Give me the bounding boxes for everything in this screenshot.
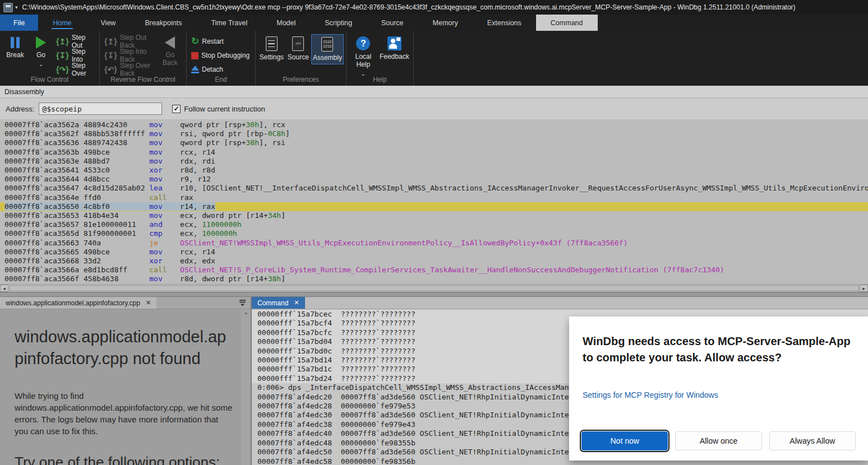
settings-icon — [266, 36, 278, 51]
scroll-up-icon[interactable]: ⌃ — [241, 309, 251, 319]
ribbon-tab-view[interactable]: View — [86, 15, 131, 31]
asm-line[interactable]: 00007ff8`aca35663 740a je OSClient_NET!W… — [0, 239, 868, 248]
ribbon-tab-memory[interactable]: Memory — [418, 15, 473, 31]
ribbon-tab-command[interactable]: Command — [536, 15, 598, 31]
not-now-button[interactable]: Not now — [581, 431, 668, 450]
asm-line[interactable]: 00007ff8`aca35636 4889742438 mov qword p… — [0, 138, 868, 147]
dialog-title: WinDbg needs access to MCP-Server-Sample… — [583, 333, 855, 366]
feedback-icon — [387, 36, 401, 50]
follow-current-instruction-checkbox[interactable]: ✓ — [172, 105, 181, 113]
quick-access-dropdown-icon[interactable]: ▾ — [15, 4, 18, 10]
step-out-back-button: {↥} Step Out Back — [102, 35, 156, 48]
options-heading: Try one of the following options: — [15, 454, 233, 465]
ribbon: Break Go ⌄ {↥} Step Out {↧} Step Into {↷… — [0, 31, 868, 86]
follow-current-instruction-label: Follow current instruction — [184, 105, 265, 113]
tab-appinfofactory-cpp[interactable]: windows.applicationmodel.appinfofactory.… — [0, 297, 156, 309]
asm-line[interactable]: 00007ff8`aca3563e 488bd7 mov rdx, rdi — [0, 157, 868, 166]
ribbon-tab-time-travel[interactable]: Time Travel — [196, 15, 262, 31]
disassembly-pane-title: Disassembly — [0, 86, 868, 98]
asm-line[interactable]: 00007ff8`aca3564e ffd0 call rax — [0, 193, 868, 202]
chevron-down-icon: ⌄ — [39, 61, 43, 67]
stop-debugging-button[interactable]: Stop Debugging — [189, 49, 252, 62]
ribbon-tab-breakpoints[interactable]: Breakpoints — [130, 15, 196, 31]
ribbon-tab-model[interactable]: Model — [262, 15, 310, 31]
ribbon-tab-scripting[interactable]: Scripting — [310, 15, 367, 31]
step-over-icon: {↷} — [56, 65, 69, 74]
source-button[interactable]: </> Source — [285, 34, 311, 63]
group-flow-control: Break Go ⌄ {↥} Step Out {↧} Step Into {↷… — [0, 31, 100, 86]
asm-line[interactable]: 00007ff8`aca3562a 48894c2430 mov qword p… — [0, 120, 868, 129]
step-into-button[interactable]: {↧} Step Into — [54, 49, 97, 62]
mcp-permission-dialog: WinDbg needs access to MCP-Server-Sample… — [569, 317, 868, 461]
scroll-right-icon[interactable]: ▸ — [860, 285, 868, 292]
go-back-icon — [165, 36, 175, 49]
mcp-registry-settings-link[interactable]: Settings for MCP Registry for Windows — [583, 390, 718, 399]
step-out-button[interactable]: {↥} Step Out — [54, 35, 97, 48]
step-into-back-button: {↧} Step Into Back — [102, 49, 156, 62]
detach-button[interactable]: Detach — [189, 63, 252, 76]
step-over-back-icon: {↶} — [104, 65, 117, 74]
help-icon: ? — [356, 36, 370, 50]
break-icon — [11, 36, 20, 49]
group-end: ↻ Restart Stop Debugging Detach End — [187, 31, 256, 86]
asm-line[interactable]: 00007ff8`aca3563b 498bce mov rcx, r14 — [0, 148, 868, 157]
not-found-heading: windows.applicationmodel.appinfofactory.… — [15, 326, 233, 370]
scrollbar-thumb[interactable] — [9, 285, 859, 291]
address-input[interactable] — [39, 103, 162, 115]
ribbon-tab-extensions[interactable]: Extensions — [473, 15, 536, 31]
restart-button[interactable]: ↻ Restart — [189, 35, 252, 48]
asm-line[interactable]: 00007ff8`aca35653 418b4e34 mov ecx, dwor… — [0, 211, 868, 220]
asm-line[interactable]: 00007ff8`aca3566f 458b4638 mov r8d, dwor… — [0, 275, 868, 283]
windbg-app-icon — [3, 3, 13, 12]
go-button[interactable]: Go ⌄ — [28, 34, 54, 69]
asm-line[interactable]: 00007ff8`aca35665 498bce mov rcx, r14 — [0, 248, 868, 257]
ribbon-tab-source[interactable]: Source — [367, 15, 418, 31]
ribbon-tab-file[interactable]: File — [0, 15, 38, 31]
feedback-button[interactable]: Feedback — [378, 34, 411, 63]
scroll-left-icon[interactable]: ◂ — [0, 285, 8, 292]
asm-line[interactable]: 00007ff8`aca35647 4c8d15d285ab02 lea r10… — [0, 184, 868, 193]
group-help: ? Local Help ⌄ Feedback Help — [347, 31, 414, 86]
disassembly-horizontal-scrollbar[interactable]: ◂ ▸ — [0, 284, 868, 292]
step-over-back-button: {↶} Step Over Back — [102, 63, 156, 76]
disassembly-listing[interactable]: 00007ff8`aca3562a 48894c2430 mov qword p… — [0, 119, 868, 284]
command-tab-strip: Command ✕ — [252, 297, 868, 309]
source-not-found-message: windows.applicationmodel.appinfofactory.… — [0, 309, 241, 465]
step-over-button[interactable]: {↷} Step Over — [54, 63, 97, 76]
group-reverse-flow-control: {↥} Step Out Back {↧} Step Into Back {↶}… — [100, 31, 187, 86]
asm-line[interactable]: 00007ff8`aca3565d 81f900000001 cmp ecx, … — [0, 229, 868, 238]
asm-line[interactable]: 00007ff8`aca3562f 488bb538ffffff mov rsi… — [0, 129, 868, 138]
source-icon: </> — [292, 36, 304, 51]
asm-line[interactable]: 00007ff8`aca35657 81e100000011 and ecx, … — [0, 220, 868, 229]
tab-list-icon[interactable] — [234, 297, 251, 309]
asm-line[interactable]: 00007ff8`aca35644 4d8bcc mov r9, r12 — [0, 175, 868, 184]
asm-line-current[interactable]: 00007ff8`aca35650 4c8bf0 mov r14, rax — [0, 202, 868, 211]
address-label: Address: — [6, 105, 34, 113]
close-icon[interactable]: ✕ — [294, 299, 299, 306]
window-title: C:\Windows\SystemApps\MicrosoftWindows.C… — [22, 3, 796, 11]
close-icon[interactable]: ✕ — [146, 299, 151, 306]
asm-line[interactable]: 00007ff8`aca35668 33d2 xor edx, edx — [0, 257, 868, 266]
ribbon-tab-bar: FileHomeViewBreakpointsTime TravelModelS… — [0, 15, 868, 31]
asm-line[interactable]: 00007ff8`aca3566a e8d1bcd8ff call OSClie… — [0, 266, 868, 275]
tab-command[interactable]: Command ✕ — [252, 297, 305, 309]
step-out-icon: {↥} — [56, 37, 69, 46]
not-found-body: While trying to find windows.application… — [15, 390, 233, 437]
asm-line[interactable]: 00007ff8`aca35641 4533c0 xor r8d, r8d — [0, 166, 868, 175]
settings-button[interactable]: Settings — [258, 34, 285, 63]
assembly-icon: 0110 1010 — [321, 37, 333, 52]
step-into-back-icon: {↧} — [104, 51, 117, 60]
source-vertical-scrollbar[interactable]: ⌃ — [241, 309, 251, 465]
source-pane: windows.applicationmodel.appinfofactory.… — [0, 297, 251, 465]
local-help-button[interactable]: ? Local Help ⌄ — [349, 34, 378, 79]
go-back-button: Go Back — [156, 34, 184, 69]
ribbon-tab-home[interactable]: Home — [38, 15, 86, 31]
go-icon — [36, 36, 46, 49]
step-into-icon: {↧} — [56, 51, 69, 60]
always-allow-button[interactable]: Always Allow — [769, 431, 856, 450]
pane-splitter[interactable] — [0, 292, 868, 297]
allow-once-button[interactable]: Allow once — [675, 431, 761, 450]
assembly-button[interactable]: 0110 1010 Assembly — [311, 34, 344, 64]
step-out-back-icon: {↥} — [104, 37, 117, 46]
break-button[interactable]: Break — [2, 34, 28, 61]
